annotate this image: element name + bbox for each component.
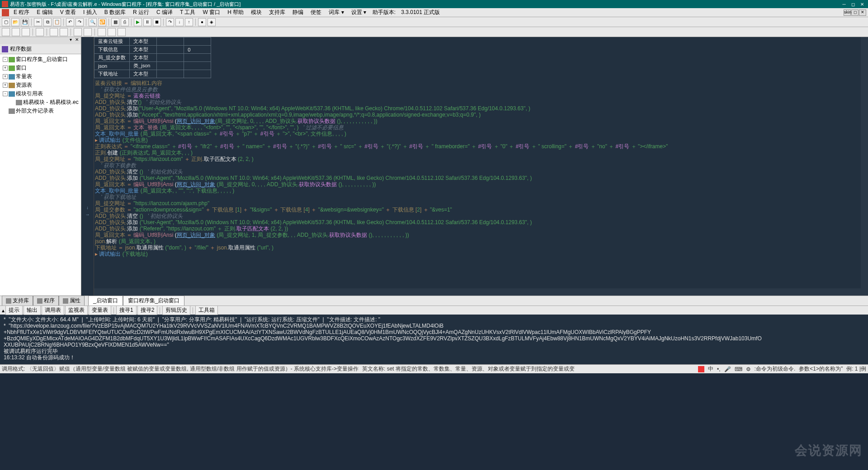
horizontal-scrollbar[interactable]	[94, 288, 861, 296]
outtab-watch[interactable]: 监视表	[65, 306, 88, 315]
find-icon[interactable]: 🔍	[89, 18, 97, 26]
tree-node[interactable]: +窗口	[1, 64, 80, 72]
open-icon[interactable]: 📂	[11, 18, 19, 26]
file-tab-startup[interactable]: _启动窗口	[88, 296, 123, 306]
tree-node[interactable]: 外部文件记录表	[1, 107, 80, 115]
stop-icon[interactable]: ⏹	[153, 18, 161, 26]
outtab-calltable[interactable]: 调用表	[42, 306, 64, 315]
prop-icon	[63, 298, 68, 304]
helper-version: 3.3.0101 正式版	[399, 8, 442, 17]
step-into-icon[interactable]: ↓	[175, 18, 184, 26]
tab-support-lib[interactable]: 支持库	[2, 296, 33, 306]
outtab-search2[interactable]: 搜寻2	[137, 306, 158, 315]
menu-tools[interactable]: T 工具	[177, 8, 198, 17]
code-editor[interactable]: 蓝奏云链接文本型下载信息文本型0局_提交参数文本型json类_json下载地址文…	[94, 37, 868, 296]
undo-icon[interactable]: ↶	[66, 18, 74, 26]
replace-icon[interactable]: 🔁	[98, 18, 106, 26]
menu-program[interactable]: E 程序	[11, 8, 32, 17]
step-out-icon[interactable]: ↑	[185, 18, 193, 26]
outtab-hint[interactable]: 提示	[5, 306, 23, 315]
tool-1-icon[interactable]	[2, 28, 10, 36]
tool-8-icon[interactable]	[84, 28, 92, 36]
menu-support-lib[interactable]: 支持库	[266, 8, 288, 17]
outtab-cliphistory[interactable]: 剪辑历史	[162, 306, 190, 315]
mdi-minimize[interactable]: skin	[844, 9, 851, 16]
cut-icon[interactable]: ✂	[34, 18, 42, 26]
project-sidebar: ▾ ✕ 程序数据 -窗口程序集_启动窗口+窗口+常量表+资源表-模块引用表 精易…	[0, 37, 81, 296]
status-param-name: 参数<1>的名称为"	[799, 365, 843, 373]
tree-node[interactable]: -模块引用表	[1, 89, 80, 98]
run-icon[interactable]: ▶	[134, 18, 142, 26]
sidebar-dropdown-icon[interactable]: ▾	[67, 37, 74, 44]
gutter-arrow-down: ↓	[81, 204, 94, 211]
pause-icon[interactable]: ⏸	[143, 18, 151, 26]
sidebar-close-icon[interactable]: ✕	[74, 37, 80, 44]
outtab-output[interactable]: 输出	[24, 306, 41, 315]
tool-10-icon[interactable]	[108, 28, 116, 36]
tool-2-icon[interactable]	[12, 28, 20, 36]
window-titlebar: 易语言-加密狗版 - F:\桌面\蓝奏云解析.e - Windows窗口程序 -…	[0, 0, 868, 8]
tree-node[interactable]: -窗口程序集_启动窗口	[1, 55, 80, 64]
redo-icon[interactable]: ↷	[75, 18, 84, 26]
sidebar-header: ▾ ✕	[0, 37, 81, 44]
tool-6-icon[interactable]	[60, 28, 68, 36]
tool-4-icon[interactable]	[36, 28, 44, 36]
save2-icon[interactable]: ▦	[111, 18, 119, 26]
status-gear-icon[interactable]: ⚙	[746, 366, 751, 372]
variable-table[interactable]: 蓝奏云链接文本型下载信息文本型0局_提交参数文本型json类_json下载地址文…	[94, 37, 211, 78]
menu-module[interactable]: 模块	[248, 8, 264, 17]
menu-compile[interactable]: C 编译	[154, 8, 175, 17]
status-mic-icon[interactable]: 🎤	[724, 366, 731, 372]
bookmark-icon[interactable]: ◈	[208, 18, 216, 26]
code-area[interactable]: 蓝奏云链接 ＝ 编辑框1.内容 ' 获取文件信息及云参数局_提交网址 ＝ 蓝奏云…	[94, 80, 868, 257]
menu-insert[interactable]: I 插入	[80, 8, 100, 17]
tool-3-icon[interactable]	[22, 28, 30, 36]
tool-9-icon[interactable]	[98, 28, 106, 36]
main-area: ▾ ✕ 程序数据 -窗口程序集_启动窗口+窗口+常量表+资源表-模块引用表 精易…	[0, 37, 868, 296]
tree-node[interactable]: +常量表	[1, 72, 80, 81]
outtab-toolbox[interactable]: 工具箱	[195, 306, 218, 315]
tree-node[interactable]: 精易模块 - 精易模块.ec	[1, 98, 80, 107]
vertical-scrollbar[interactable]	[861, 37, 868, 296]
sidebar-title-row: 程序数据	[0, 44, 81, 54]
tool-5-icon[interactable]	[50, 28, 58, 36]
paste-icon[interactable]: 📋	[53, 18, 61, 26]
tool-11-icon[interactable]	[118, 28, 126, 36]
mdi-close[interactable]: ✕	[859, 9, 866, 16]
menu-static-compile[interactable]: 静编	[290, 8, 306, 17]
copy-icon[interactable]: ⧉	[43, 18, 52, 26]
output-collapse-icon[interactable]: ▴	[2, 307, 5, 314]
menu-view[interactable]: V 查看	[57, 8, 79, 17]
window-controls: ─ ◻ ✕	[840, 1, 866, 7]
mdi-restore[interactable]: ◻	[851, 9, 859, 16]
menu-edit[interactable]: E 编辑	[34, 8, 55, 17]
tab-properties[interactable]: 属性	[59, 296, 85, 306]
menu-database[interactable]: B 数据库	[102, 8, 128, 17]
status-keyboard-icon[interactable]: ⌨	[735, 366, 742, 372]
close-button[interactable]: ✕	[858, 1, 866, 7]
menu-settings[interactable]: 设置 ▾	[349, 8, 369, 17]
tool-7-icon[interactable]	[74, 28, 82, 36]
project-tree[interactable]: -窗口程序集_启动窗口+窗口+常量表+资源表-模块引用表 精易模块 - 精易模块…	[0, 54, 81, 296]
new-icon[interactable]: ▢	[2, 18, 10, 26]
maximize-button[interactable]: ◻	[849, 1, 857, 7]
tree-node[interactable]: +资源表	[1, 81, 80, 89]
menu-notes[interactable]: 便签	[308, 8, 324, 17]
menu-run[interactable]: R 运行	[130, 8, 152, 17]
ime-icon[interactable]	[698, 366, 704, 372]
step-over-icon[interactable]: ↷	[166, 18, 174, 26]
file-tab-procset[interactable]: 窗口程序集_启动窗口	[123, 296, 185, 306]
outtab-search1[interactable]: 搜寻1	[116, 306, 137, 315]
minimize-button[interactable]: ─	[840, 1, 848, 7]
lib-icon	[6, 298, 11, 304]
menu-help[interactable]: H 帮助	[225, 8, 246, 17]
output-panel[interactable]: * "文件大小: 文件大小: 64.4 M" | "上传时间: 上传时间: 6 …	[0, 315, 868, 364]
menu-window[interactable]: W 窗口	[200, 8, 223, 17]
menu-lexicon[interactable]: 词库 ▾	[326, 8, 346, 17]
tab-program[interactable]: 程序	[33, 296, 59, 306]
breakpoint-icon[interactable]: ●	[198, 18, 206, 26]
save-icon[interactable]: 💾	[21, 18, 29, 26]
outtab-vars[interactable]: 变量表	[89, 306, 111, 315]
print-icon[interactable]: ⎙	[121, 18, 129, 26]
status-punct-icon[interactable]: •,	[717, 366, 721, 372]
